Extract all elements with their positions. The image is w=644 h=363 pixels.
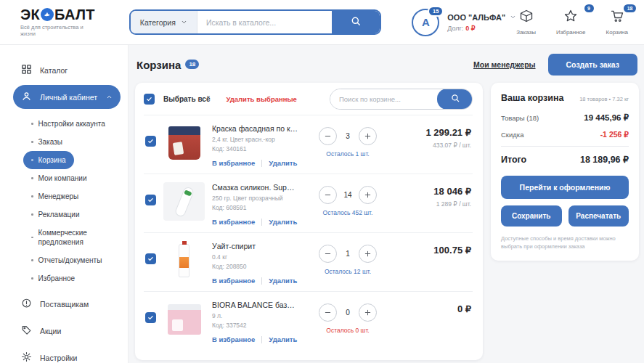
- sidebar-suppliers-label: Поставщикам: [40, 300, 89, 309]
- item-subtitle: 250 гр. Цвет прозрачный: [212, 195, 298, 202]
- sidebar-item-settings[interactable]: Настройки: [13, 346, 121, 363]
- catalog-search-button[interactable]: [332, 11, 380, 33]
- item-info: Смазка силикон. Super Glidex, GLS250, 1/…: [212, 182, 298, 226]
- delete-selected-link[interactable]: Удалить выбранные: [226, 95, 296, 103]
- quantity-block: 0 Осталось 0 шт.: [306, 303, 390, 334]
- my-managers-link[interactable]: Мои менеджеры: [473, 60, 536, 69]
- add-to-favorites-link[interactable]: В избранное: [212, 218, 255, 226]
- favorites-label: Избранное: [556, 29, 586, 36]
- cart-item: Краска фасадная по кирпичу акриловая Пре…: [144, 115, 473, 174]
- item-code: Код: 208850: [212, 263, 298, 270]
- create-order-button[interactable]: Создать заказ: [548, 54, 637, 76]
- add-to-favorites-link[interactable]: В избранное: [212, 277, 255, 285]
- decrease-quantity-button[interactable]: [319, 127, 337, 145]
- main-content: Корзина 18 Мои менеджеры Создать заказ В…: [129, 45, 644, 363]
- sidebar-subitem-companies[interactable]: Мои компании: [23, 169, 121, 187]
- quantity-value: 14: [343, 191, 352, 199]
- sidebar-subitem-reports[interactable]: Отчеты/документы: [23, 251, 121, 269]
- remove-item-link[interactable]: Удалить: [269, 159, 297, 167]
- total-value: 18 189,96 ₽: [580, 154, 629, 165]
- select-all-label[interactable]: Выбрать всё: [163, 95, 210, 103]
- debt-line: Долг: 0 ₽: [447, 25, 516, 32]
- product-image[interactable]: [163, 241, 205, 280]
- decrease-quantity-button[interactable]: [319, 186, 337, 204]
- sidebar-subitem-orders[interactable]: Заказы: [23, 133, 121, 151]
- remove-item-link[interactable]: Удалить: [269, 277, 297, 285]
- item-checkbox[interactable]: [145, 312, 156, 323]
- sidebar-subitem-commercial-offers[interactable]: Коммерческие предложения: [23, 224, 121, 251]
- gear-icon: [21, 351, 32, 363]
- catalog-search-input[interactable]: [197, 11, 332, 33]
- item-unit-price: 433.07 ₽ / шт.: [397, 142, 471, 149]
- decrease-quantity-button[interactable]: [319, 303, 337, 322]
- product-image[interactable]: [163, 123, 205, 162]
- products-value: 19 445,96 ₽: [584, 113, 629, 123]
- account-info: ООО "АЛЬФА" Долг: 0 ₽: [447, 13, 516, 32]
- item-checkbox[interactable]: [145, 253, 156, 264]
- increase-quantity-button[interactable]: [359, 186, 377, 204]
- sidebar-subitem-account-settings[interactable]: Настройки аккаунта: [23, 115, 121, 133]
- grid-icon: [21, 64, 32, 76]
- stock-status: Осталось 1 шт.: [306, 150, 390, 158]
- item-code: Код: 608591: [212, 204, 298, 211]
- item-title: BIORA BALANCE база 3 интерьерная краска: [212, 301, 298, 309]
- sidebar-account-label: Личный кабинет: [40, 93, 97, 102]
- summary-meta: 18 товаров • 7.32 кг: [579, 96, 629, 102]
- cart-nav[interactable]: 18 Корзина: [606, 9, 628, 36]
- sidebar-subitem-managers[interactable]: Менеджеры: [23, 187, 121, 205]
- chevron-down-icon: [181, 19, 187, 25]
- sidebar-subitem-favorites[interactable]: Избранное: [23, 269, 121, 287]
- product-image[interactable]: [163, 182, 205, 221]
- orders-nav[interactable]: Заказы: [516, 9, 536, 36]
- cart-search-button[interactable]: [437, 89, 473, 110]
- decrease-quantity-button[interactable]: [319, 245, 337, 263]
- badge-exclamation-icon: [21, 298, 32, 310]
- add-to-favorites-link[interactable]: В избранное: [212, 159, 255, 167]
- remove-item-link[interactable]: Удалить: [269, 335, 297, 343]
- company-name: ООО "АЛЬФА": [447, 13, 505, 22]
- quantity-block: 14 Осталось 452 шт.: [306, 186, 390, 216]
- cart-summary: Ваша корзина 18 товаров • 7.32 кг Товары…: [491, 83, 639, 261]
- box-icon: [519, 9, 534, 26]
- checkout-button[interactable]: Перейти к оформлению: [501, 176, 629, 199]
- cart-search-input[interactable]: [330, 89, 438, 109]
- sidebar-item-promos[interactable]: Акции: [13, 319, 121, 343]
- sidebar-item-catalog[interactable]: Каталог: [13, 58, 121, 82]
- search-icon: [450, 93, 460, 105]
- catalog-search-bar: Категория: [129, 9, 382, 35]
- price-block: 18 046 ₽ 1 289 ₽ / шт.: [397, 186, 473, 208]
- category-dropdown[interactable]: Категория: [131, 11, 197, 33]
- account-menu[interactable]: A 15 ООО "АЛЬФА" Долг: 0 ₽: [412, 9, 516, 36]
- cart-count-badge: 18: [185, 60, 199, 69]
- add-to-favorites-link[interactable]: В избранное: [212, 335, 255, 343]
- sidebar-subitem-cart[interactable]: Корзина: [23, 151, 74, 169]
- favorites-nav[interactable]: 9 Избранное: [556, 9, 586, 36]
- sidebar-item-suppliers[interactable]: Поставщикам: [13, 292, 121, 316]
- item-total-price: 18 046 ₽: [397, 186, 471, 197]
- logo[interactable]: ЭКБАЛТ Всё для строительства и жизни: [20, 7, 95, 37]
- print-cart-button[interactable]: Распечатать: [568, 205, 629, 227]
- select-all-checkbox[interactable]: [144, 94, 155, 105]
- item-subtitle: 9 л.: [212, 312, 298, 319]
- increase-quantity-button[interactable]: [359, 303, 377, 322]
- discount-label: Скидка: [501, 131, 524, 139]
- sidebar-subitem-claims[interactable]: Рекламации: [23, 205, 121, 224]
- total-label: Итого: [501, 155, 526, 165]
- remove-item-link[interactable]: Удалить: [269, 218, 297, 226]
- sidebar-item-account[interactable]: Личный кабинет: [13, 85, 121, 109]
- save-cart-button[interactable]: Сохранить: [501, 205, 562, 227]
- increase-quantity-button[interactable]: [359, 127, 377, 145]
- item-info: Краска фасадная по кирпичу акриловая Пре…: [212, 123, 298, 167]
- products-label: Товары (18): [501, 114, 539, 122]
- item-checkbox[interactable]: [145, 195, 156, 205]
- increase-quantity-button[interactable]: [359, 245, 377, 263]
- price-block: 0 ₽: [397, 303, 473, 318]
- cart-card: Выбрать всё Удалить выбранные Краска фас…: [135, 83, 483, 360]
- divider: [261, 219, 262, 226]
- item-title: Уайт-спирит: [212, 242, 298, 250]
- logo-part1: ЭК: [20, 7, 40, 22]
- product-image[interactable]: [163, 300, 205, 338]
- avatar: A 15: [412, 9, 439, 36]
- item-total-price: 100.75 ₽: [397, 245, 471, 256]
- item-checkbox[interactable]: [145, 136, 156, 147]
